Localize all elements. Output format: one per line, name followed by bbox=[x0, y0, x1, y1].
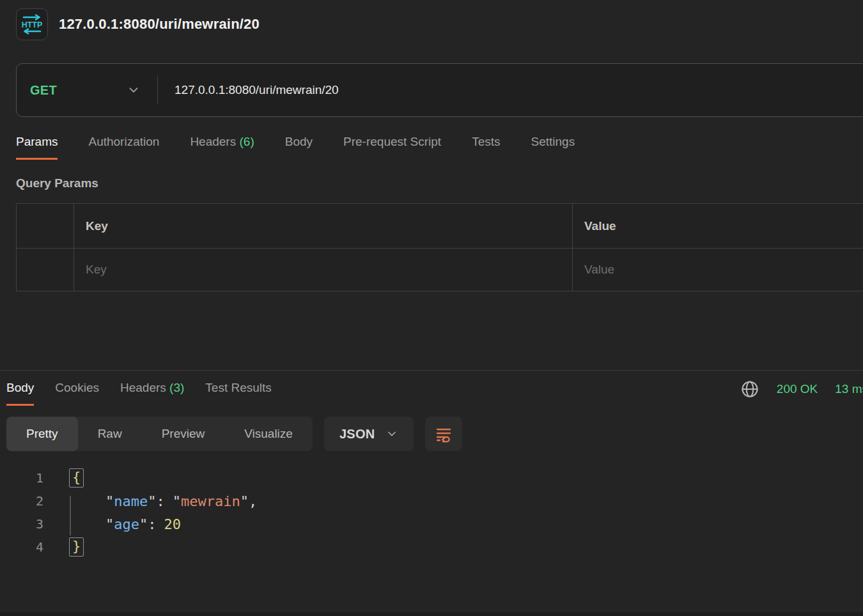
indent-guide bbox=[70, 496, 71, 535]
line-number: 1 bbox=[0, 470, 43, 486]
tab-tests-label: Tests bbox=[472, 135, 500, 148]
code-line-2: 2 "name":"mewrain", bbox=[0, 489, 863, 512]
response-tab-test-results[interactable]: Test Results bbox=[205, 381, 271, 406]
view-raw[interactable]: Raw bbox=[78, 417, 142, 451]
response-header: Body Cookies Headers (3) Test Results 20… bbox=[0, 380, 863, 406]
quote: " bbox=[105, 493, 114, 509]
url-input[interactable]: 127.0.0.1:8080/uri/mewrain/20 bbox=[175, 83, 339, 97]
select-all-cell bbox=[17, 204, 74, 249]
view-preview[interactable]: Preview bbox=[142, 417, 225, 451]
response-tab-cookies-label: Cookies bbox=[55, 381, 99, 394]
tab-params[interactable]: Params bbox=[16, 135, 58, 160]
tab-prerequest-label: Pre-request Script bbox=[343, 135, 441, 148]
quote: " bbox=[148, 493, 156, 509]
value-input[interactable]: Value bbox=[573, 249, 863, 291]
colon: : bbox=[148, 516, 156, 532]
response-tab-cookies[interactable]: Cookies bbox=[55, 381, 99, 406]
tab-settings[interactable]: Settings bbox=[531, 135, 575, 160]
http-method-icon: HTTP bbox=[16, 8, 48, 40]
code-line-3: 3 "age":20 bbox=[0, 512, 863, 535]
value-column-header: Value bbox=[573, 204, 863, 249]
tab-tests[interactable]: Tests bbox=[472, 135, 500, 160]
key-input[interactable]: Key bbox=[74, 249, 573, 291]
comma: , bbox=[249, 493, 257, 509]
headers-count-badge: (6) bbox=[239, 135, 254, 148]
json-key: name bbox=[114, 493, 148, 509]
tab-params-label: Params bbox=[16, 135, 58, 148]
json-number-value: 20 bbox=[164, 516, 182, 532]
wrap-lines-button[interactable] bbox=[425, 417, 462, 451]
code-line-4: 4 } bbox=[0, 535, 863, 558]
response-tab-test-results-label: Test Results bbox=[205, 381, 271, 394]
page-title: 127.0.0.1:8080/uri/mewrain/20 bbox=[59, 16, 260, 33]
tab-authorization-label: Authorization bbox=[88, 135, 159, 148]
request-url-bar: GET 127.0.0.1:8080/uri/mewrain/20 bbox=[16, 63, 863, 117]
chevron-down-icon bbox=[127, 83, 141, 97]
response-meta: 200 OK 13 ms bbox=[740, 380, 863, 399]
quote: " bbox=[173, 493, 181, 509]
http-arrows-icon: HTTP bbox=[20, 12, 44, 36]
view-visualize[interactable]: Visualize bbox=[224, 417, 313, 451]
response-time: 13 ms bbox=[835, 382, 863, 396]
wrap-lines-icon bbox=[433, 424, 454, 444]
response-tab-headers[interactable]: Headers (3) bbox=[120, 381, 184, 406]
fold-toggle[interactable]: { bbox=[69, 468, 84, 488]
response-tabs: Body Cookies Headers (3) Test Results bbox=[6, 381, 272, 406]
chevron-down-icon bbox=[385, 427, 398, 440]
code-line-1: 1 { bbox=[0, 466, 863, 489]
tab-headers-label: Headers bbox=[190, 135, 236, 148]
status-badge: 200 OK bbox=[777, 382, 818, 396]
request-tab-header: HTTP 127.0.0.1:8080/uri/mewrain/20 bbox=[0, 0, 863, 40]
quote: " bbox=[105, 516, 114, 532]
quote: " bbox=[240, 493, 249, 509]
quote: " bbox=[139, 516, 148, 532]
row-checkbox-cell bbox=[17, 249, 74, 291]
key-column-header: Key bbox=[74, 204, 573, 249]
method-label: GET bbox=[30, 83, 57, 98]
response-headers-count-badge: (3) bbox=[169, 381, 184, 394]
response-tab-body-label: Body bbox=[6, 381, 34, 394]
query-params-heading: Query Params bbox=[16, 176, 863, 190]
format-dropdown[interactable]: JSON bbox=[324, 417, 414, 451]
line-number: 4 bbox=[0, 539, 43, 555]
request-tabs: Params Authorization Headers (6) Body Pr… bbox=[16, 135, 863, 160]
line-number: 2 bbox=[0, 493, 43, 509]
json-string-value: mewrain bbox=[181, 493, 240, 509]
tab-prerequest-script[interactable]: Pre-request Script bbox=[343, 135, 441, 160]
tab-body-label: Body bbox=[285, 135, 313, 148]
response-tab-headers-label: Headers bbox=[120, 381, 166, 394]
globe-icon[interactable] bbox=[740, 380, 759, 399]
window-bottom-edge bbox=[0, 612, 863, 616]
query-params-table: Key Value Key Value bbox=[16, 203, 863, 291]
tab-headers[interactable]: Headers (6) bbox=[190, 135, 254, 160]
svg-text:HTTP: HTTP bbox=[22, 20, 43, 29]
pane-separator[interactable] bbox=[0, 370, 863, 371]
response-tab-body[interactable]: Body bbox=[6, 381, 34, 406]
fold-toggle[interactable]: } bbox=[69, 537, 84, 557]
colon: : bbox=[156, 493, 164, 509]
tab-settings-label: Settings bbox=[531, 135, 575, 148]
response-body-editor: 1 { 2 "name":"mewrain", 3 "age":20 4 } bbox=[0, 466, 863, 558]
divider bbox=[157, 75, 158, 105]
line-number: 3 bbox=[0, 516, 43, 532]
response-toolbar: Pretty Raw Preview Visualize JSON bbox=[6, 417, 863, 451]
view-pretty[interactable]: Pretty bbox=[6, 417, 78, 451]
view-mode-switcher: Pretty Raw Preview Visualize bbox=[6, 417, 313, 451]
tab-authorization[interactable]: Authorization bbox=[88, 135, 159, 160]
format-label: JSON bbox=[339, 427, 375, 442]
tab-body[interactable]: Body bbox=[285, 135, 313, 160]
json-key: age bbox=[114, 516, 139, 532]
method-dropdown[interactable]: GET bbox=[17, 83, 157, 98]
